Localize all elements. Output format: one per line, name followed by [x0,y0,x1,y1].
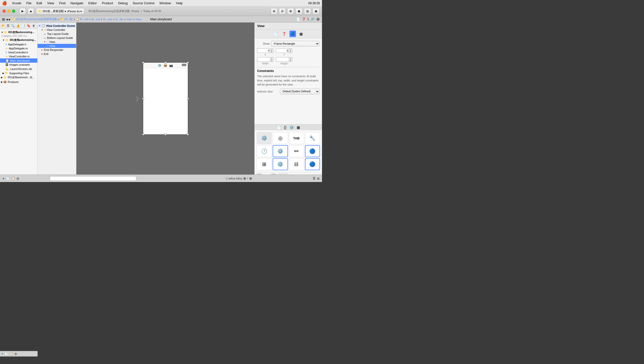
stop-button[interactable]: ■ [28,8,34,15]
obj-lib-item-12[interactable]: 🔵 [305,158,320,170]
scene-view-child[interactable]: □ View [38,44,76,48]
file-viewcontroller-m[interactable]: m ViewController.m [0,54,37,58]
canvas-square-icon[interactable]: □ [226,177,228,180]
panel-left-toggle[interactable]: ▣ [295,8,302,15]
title-fwd-btn[interactable]: ▶ [271,174,276,175]
scene-viewcontroller[interactable]: ▼ ● View Controller [38,28,76,32]
tab-quick-help[interactable]: ❓ [281,31,287,37]
show-select[interactable]: Frame Rectangle [271,41,319,46]
scene-viewcontrollerscene[interactable]: ▼ 📋 View Controller Scene [38,24,76,28]
tab-jump-icon[interactable]: ⤵ [307,17,309,21]
iphone-frame[interactable]: ⚙️ 📦 📷 [143,62,188,135]
file-appdelegate-m[interactable]: m AppDelegate.m [0,46,37,50]
scene-exit[interactable]: ● Exit [38,52,76,56]
height-input[interactable]: 480 [276,57,289,62]
panel-right-toggle[interactable]: ▦ [312,8,319,15]
obj-lib-item-8[interactable]: 🔵 [305,145,320,157]
x-up-arrow[interactable]: ▲ [270,49,273,51]
obj-lib-item-3[interactable]: TAB [289,132,304,144]
file-launchscreen-xib[interactable]: 📐 LaunchScreen.xib [0,67,37,71]
tab-help-icon[interactable]: ❓ [302,17,306,21]
align-icon[interactable]: ↑ [247,177,248,180]
issues-icon[interactable]: 📋 [11,177,15,180]
obj-lib-item-2[interactable]: ◎ [273,132,288,144]
menu-product[interactable]: Product [100,1,115,6]
obj-lib-tab-code[interactable]: {} [284,125,286,129]
tests-group[interactable]: ▶ 📁 001使用autoresizi...实现屏幕适配Tests [0,75,37,80]
handle-mid-right[interactable] [187,98,189,100]
tab-layout-icon[interactable]: ⊞ [2,17,5,21]
version-icon[interactable]: 📑 [22,24,25,28]
menu-edit[interactable]: Edit [35,1,44,6]
width-input[interactable]: 320 [257,57,270,62]
scene-firstresponder[interactable]: ● First Responder [38,48,76,52]
x-input[interactable] [257,48,270,53]
breadcrumb-item-4[interactable]: M...se) [92,18,100,21]
tab-file-icon[interactable]: 📄 [296,17,300,21]
breadcrumb-item-5[interactable]: Vi...ene [103,18,112,21]
panel-bottom-toggle[interactable]: ▥ [304,8,311,15]
warn-icon[interactable]: ⚠️ [16,24,20,28]
scene-toplayout[interactable]: — Top Layout Guide [38,32,76,36]
obj-lib-item-9[interactable]: ⊞ [257,158,272,170]
menu-navigate[interactable]: Navigate [68,1,85,6]
width-up-arrow[interactable]: ▲ [270,57,273,59]
zoom-icon[interactable]: ◎ [317,177,319,180]
handle-bottom-left[interactable] [142,134,144,135]
breadcrumb-item-8[interactable]: View [135,18,141,21]
scene-bottomlayout[interactable]: — Bottom Layout Guide [38,36,76,40]
file-images-xcassets[interactable]: 🖼 Images.xcassets [0,63,37,67]
handle-top-right[interactable] [187,62,189,63]
filter-input[interactable] [50,176,136,181]
breadcrumb-item-2[interactable]: 📂 00...配 [60,17,73,21]
obj-lib-item-5[interactable]: 🕐 [257,145,272,157]
apple-menu[interactable]: 🍎 [2,1,7,6]
tab-identity-inspector[interactable]: 🔵 [289,31,296,37]
obj-lib-item-6[interactable]: ⚙️ [273,145,288,157]
handle-bottom-right[interactable] [187,134,189,135]
view-toggle-version[interactable]: ⊠ [287,8,294,15]
view-toggle-assistant[interactable]: ⊟ [279,8,286,15]
handle-top-left[interactable] [142,62,144,63]
height-up-arrow[interactable]: ▲ [289,57,292,59]
tree-root[interactable]: ▼ 📁 001使用autoresizing实现屏幕适配 [0,30,37,35]
resolve-icon[interactable]: ⊞ [249,177,252,180]
intrinsic-select[interactable]: Default (System Defined) [280,89,319,94]
break-icon[interactable]: ⏸ [32,24,35,28]
obj-lib-item-4[interactable]: 🔧 [305,132,320,144]
tab-related-icon[interactable]: 🔗 [310,17,314,21]
tree-subgroup[interactable]: ▼ 📁 001使用autoresizing实现屏幕适配 [0,38,37,42]
title-back-btn[interactable]: ◀ [257,174,262,175]
menu-help[interactable]: Help [174,1,185,6]
filter-bar[interactable] [21,176,165,181]
search-icon[interactable]: 🔍 [11,24,15,28]
menu-editor[interactable]: Editor [86,1,99,6]
tab-file-inspector[interactable]: 📄 [272,31,279,37]
tab-add-icon[interactable]: ➕ [316,17,320,21]
supporting-files-group[interactable]: ▶ 📁 Supporting Files [0,71,37,75]
constrain-icon[interactable]: ⊞ [243,177,246,180]
nav-back-icon[interactable]: ◂ [6,17,8,21]
file-viewcontroller-h[interactable]: h ViewController.h [0,50,37,54]
view-content[interactable] [143,68,188,134]
menu-xcode[interactable]: Xcode [10,1,23,6]
scene-view-expanded[interactable]: ▼ □ View [38,40,76,44]
obj-lib-item-7[interactable]: ⚯ [289,145,304,157]
maximize-button[interactable] [12,10,15,13]
handle-top-center[interactable] [165,62,166,63]
list-view-icon[interactable]: ☰ [313,177,315,180]
obj-lib-item-10[interactable]: ⚙️ [273,158,288,170]
y-up-arrow[interactable]: ▲ [289,49,292,51]
obj-lib-tab-objects[interactable]: ⚙️ [289,125,294,129]
menu-find[interactable]: Find [57,1,67,6]
breadcrumb-item-6[interactable]: Vi...ller [115,18,123,21]
handle-mid-left[interactable] [142,98,144,100]
history-icon[interactable]: 🕐 [6,177,10,180]
obj-lib-tab-media[interactable]: ▦ [297,125,300,129]
obj-lib-tab-files[interactable]: 📄 [277,125,281,129]
menu-view[interactable]: View [45,1,56,6]
close-button[interactable] [3,10,6,13]
debug-icon[interactable]: ◎ [17,177,19,180]
run-button[interactable]: ▶ [19,8,26,15]
tab-attributes-inspector[interactable]: ▦ [298,31,304,37]
